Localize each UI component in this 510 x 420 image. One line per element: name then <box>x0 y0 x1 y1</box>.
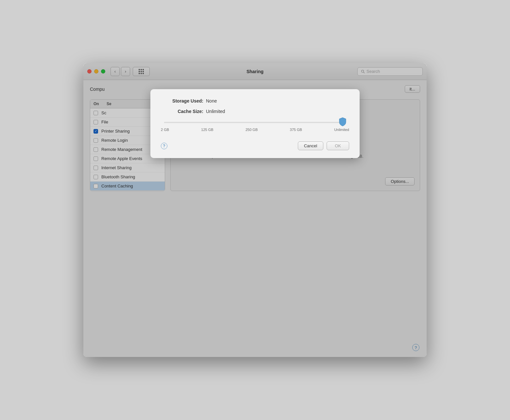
slider-label-unlimited: Unlimited <box>334 128 349 132</box>
slider-container: 2 GB 125 GB 250 GB 375 GB Unlimited <box>161 119 349 132</box>
cache-size-modal: Storage Used: None Cache Size: Unlimited <box>150 89 360 158</box>
cache-size-row: Cache Size: Unlimited <box>161 109 349 114</box>
main-window: ‹ › Sharing Search Compu it... <box>83 63 427 357</box>
slider-label-375gb: 375 GB <box>290 128 302 132</box>
slider-thumb-icon <box>338 117 347 127</box>
modal-overlay: Storage Used: None Cache Size: Unlimited <box>83 63 427 357</box>
modal-help-button[interactable]: ? <box>161 143 167 149</box>
ok-button[interactable]: OK <box>327 141 349 150</box>
cancel-button[interactable]: Cancel <box>298 141 323 150</box>
cache-size-value: Unlimited <box>206 109 225 114</box>
slider-label-2gb: 2 GB <box>161 128 169 132</box>
modal-footer: ? Cancel OK <box>161 138 349 150</box>
storage-used-value: None <box>206 98 217 104</box>
slider-label-125gb: 125 GB <box>201 128 213 132</box>
slider-labels: 2 GB 125 GB 250 GB 375 GB Unlimited <box>161 128 349 132</box>
storage-used-row: Storage Used: None <box>161 98 349 104</box>
cache-size-label: Cache Size: <box>161 109 203 114</box>
slider-label-250gb: 250 GB <box>246 128 258 132</box>
storage-used-label: Storage Used: <box>161 98 203 104</box>
